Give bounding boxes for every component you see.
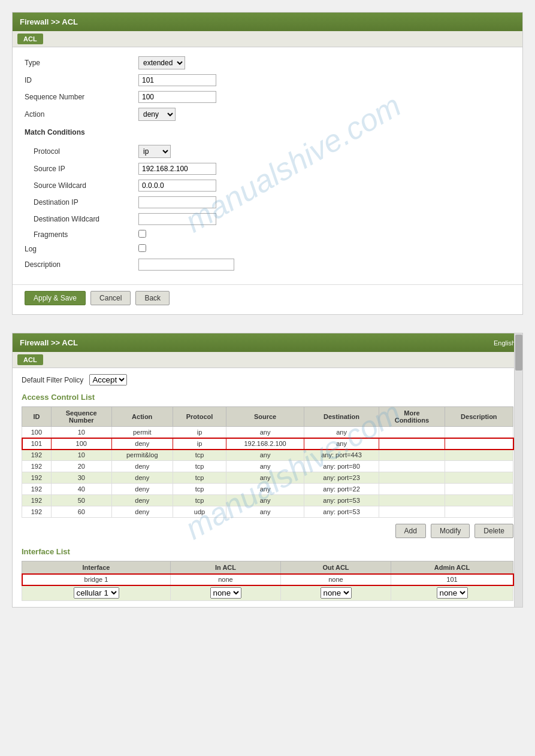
top-form-body: Type extended standard ID Sequence Numbe…	[13, 47, 522, 284]
cell-action: deny	[111, 495, 173, 506]
sequence-input[interactable]	[138, 91, 216, 103]
cell-more	[379, 450, 445, 461]
source-wildcard-label: Source Wildcard	[25, 181, 138, 190]
cell-source: any	[226, 450, 304, 461]
source-ip-input[interactable]	[138, 163, 216, 175]
scrollbar-thumb[interactable]	[515, 335, 522, 371]
cell-protocol: tcp	[173, 472, 226, 484]
filter-policy-select[interactable]: Accept Deny	[89, 374, 127, 385]
cell-source: any	[226, 495, 304, 506]
cell-seq: 40	[51, 484, 111, 495]
cell-seq: 60	[51, 506, 111, 518]
cellular-interface-select[interactable]: cellular 1	[74, 587, 119, 599]
log-checkbox[interactable]	[138, 244, 146, 252]
interface-table: Interface In ACL Out ACL Admin ACL bridg…	[22, 561, 513, 601]
cell-action: deny	[111, 438, 173, 450]
col-source: Source	[226, 407, 304, 427]
log-label: Log	[25, 245, 138, 253]
cell-id: 192	[22, 461, 52, 472]
cellular-admin-select[interactable]: none	[437, 587, 468, 599]
action-label: Action	[25, 110, 138, 119]
cellular-in-select[interactable]: none	[210, 587, 241, 599]
cell-id: 100	[22, 427, 52, 438]
interface-section-title: Interface List	[22, 547, 513, 556]
table-row[interactable]: 101 100 deny ip 192.168.2.100 any	[22, 438, 513, 450]
iface-cell-in: none	[171, 585, 281, 601]
filter-policy-label: Default Filter Policy	[22, 376, 83, 384]
description-input[interactable]	[138, 259, 234, 271]
scrollbar[interactable]	[514, 333, 522, 607]
table-row[interactable]: 192 10 permit&log tcp any any: port=443	[22, 450, 513, 461]
cell-action: deny	[111, 484, 173, 495]
col-id: ID	[22, 407, 52, 427]
cell-source: any	[226, 506, 304, 518]
cell-destination: any: port=443	[304, 450, 379, 461]
protocol-select[interactable]: ip tcp udp icmp	[138, 145, 171, 158]
cell-destination: any: port=53	[304, 495, 379, 506]
delete-button[interactable]: Delete	[474, 524, 513, 538]
bottom-panel-header: Firewall >> ACL English	[13, 333, 522, 352]
cell-desc	[445, 472, 513, 484]
lang-badge: English	[494, 339, 515, 347]
back-button[interactable]: Back	[135, 291, 170, 305]
type-select[interactable]: extended standard	[138, 56, 185, 69]
cell-action: deny	[111, 461, 173, 472]
cell-id: 192	[22, 506, 52, 518]
bottom-acl-tab[interactable]: ACL	[17, 354, 43, 365]
id-control	[138, 74, 216, 86]
dest-ip-input[interactable]	[138, 196, 216, 208]
source-wildcard-input[interactable]	[138, 180, 216, 192]
modify-button[interactable]: Modify	[431, 524, 470, 538]
cell-id: 192	[22, 495, 52, 506]
cell-seq: 20	[51, 461, 111, 472]
cell-source: any	[226, 461, 304, 472]
table-row[interactable]: 100 10 permit ip any any	[22, 427, 513, 438]
source-wildcard-row: Source Wildcard	[25, 180, 510, 192]
acl-section-title: Access Control List	[22, 393, 513, 402]
cell-protocol: ip	[173, 427, 226, 438]
table-row[interactable]: 192 50 deny tcp any any: port=53	[22, 495, 513, 506]
description-row: Description	[25, 259, 510, 271]
cell-action: deny	[111, 506, 173, 518]
cellular-out-select[interactable]: none	[321, 587, 352, 599]
table-row[interactable]: 192 30 deny tcp any any: port=23	[22, 472, 513, 484]
add-button[interactable]: Add	[395, 524, 426, 538]
col-destination: Destination	[304, 407, 379, 427]
cell-desc	[445, 461, 513, 472]
table-row[interactable]: 192 20 deny tcp any any: port=80	[22, 461, 513, 472]
table-row[interactable]: 192 60 deny udp any any: port=53	[22, 506, 513, 518]
interface-row: cellular 1 none none none	[22, 585, 513, 601]
protocol-label: Protocol	[25, 147, 138, 156]
col-desc: Description	[445, 407, 513, 427]
action-select[interactable]: deny permit	[138, 108, 176, 121]
cell-more	[379, 461, 445, 472]
cell-destination: any	[304, 438, 379, 450]
cell-desc	[445, 506, 513, 518]
cell-seq: 100	[51, 438, 111, 450]
interface-row: bridge 1 none none 101	[22, 574, 513, 585]
match-conditions-row: Match Conditions	[25, 126, 510, 140]
cell-destination: any: port=80	[304, 461, 379, 472]
cell-seq: 30	[51, 472, 111, 484]
cell-desc	[445, 427, 513, 438]
filter-policy-row: Default Filter Policy Accept Deny	[22, 374, 513, 385]
bottom-panel: Firewall >> ACL English ACL Default Filt…	[12, 333, 523, 608]
apply-save-button[interactable]: Apply & Save	[25, 291, 86, 305]
dest-ip-row: Destination IP	[25, 196, 510, 208]
id-input[interactable]	[138, 74, 216, 86]
cell-source: 192.168.2.100	[226, 438, 304, 450]
table-row[interactable]: 192 40 deny tcp any any: port=22	[22, 484, 513, 495]
cell-protocol: tcp	[173, 484, 226, 495]
cancel-button[interactable]: Cancel	[90, 291, 131, 305]
cell-protocol: tcp	[173, 495, 226, 506]
fragments-checkbox[interactable]	[138, 230, 146, 238]
col-protocol: Protocol	[173, 407, 226, 427]
dest-wildcard-input[interactable]	[138, 213, 216, 225]
source-ip-row: Source IP	[25, 163, 510, 175]
dest-wildcard-row: Destination Wildcard	[25, 213, 510, 225]
cell-desc	[445, 495, 513, 506]
top-acl-tab[interactable]: ACL	[17, 34, 43, 44]
bottom-body: Default Filter Policy Accept Deny Access…	[13, 368, 522, 607]
cell-seq: 10	[51, 427, 111, 438]
cell-more	[379, 427, 445, 438]
